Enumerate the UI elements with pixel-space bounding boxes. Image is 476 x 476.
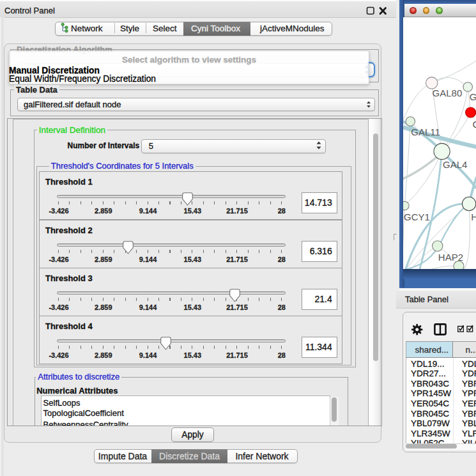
svg-text:H: H [471, 211, 476, 222]
svg-text:GCY1: GCY1 [404, 211, 430, 222]
svg-text:GAL11: GAL11 [411, 127, 440, 137]
svg-text:GAL4: GAL4 [443, 159, 467, 170]
svg-text:C: C [472, 119, 476, 130]
svg-text:HAP2: HAP2 [438, 252, 463, 263]
svg-text:GA: GA [469, 91, 476, 102]
svg-text:GAL80: GAL80 [432, 88, 462, 98]
